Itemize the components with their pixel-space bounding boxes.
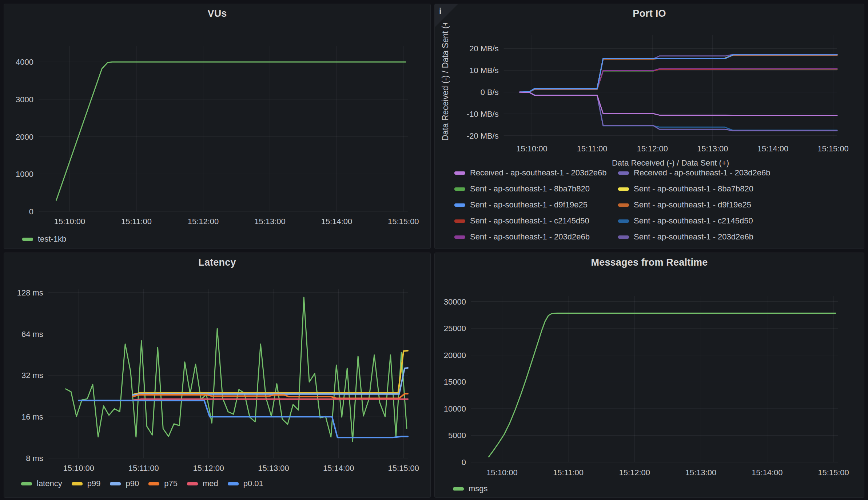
legend-item-p75[interactable]: p75 [148, 479, 178, 488]
legend-swatch [454, 203, 465, 207]
x-tick-label: 15:15:00 [388, 464, 419, 473]
legend-item-latency[interactable]: latency [21, 479, 62, 488]
series-lines [56, 62, 406, 200]
latency-legend: latencyp99p90p75medp0.01 [21, 476, 263, 492]
x-tick-label: 15:10:00 [516, 144, 547, 153]
y-tick-label: 2000 [16, 132, 33, 142]
legend-item-p0.01[interactable]: p0.01 [228, 479, 263, 488]
panel-title-vus[interactable]: VUs [4, 4, 430, 23]
legend-label: Received - ap-southeast-1 - 203d2e6b [470, 170, 606, 178]
panel-title-messages[interactable]: Messages from Realtime [435, 253, 864, 272]
legend-item-sent-ap-southeast-1-d9f19e25[interactable]: Sent - ap-southeast-1 - d9f19e25 [618, 197, 864, 213]
messages-chart[interactable]: 05000100001500020000250003000015:10:0015… [435, 272, 864, 479]
legend-item-p90[interactable]: p90 [110, 479, 139, 488]
panel-title-latency[interactable]: Latency [4, 253, 430, 272]
x-tick-label: 15:14:00 [321, 217, 352, 226]
x-tick-label: 15:14:00 [757, 144, 788, 153]
x-tick-label: 15:13:00 [697, 144, 728, 153]
port-io-chart-region: 20 MB/s10 MB/s0 B/s-10 MB/s-20 MB/s15:10… [435, 23, 864, 154]
legend-label: Sent - ap-southeast-1 - 203d2e6b [634, 232, 753, 242]
legend-item-sent-ap-southeast-1-c2145d50[interactable]: Sent - ap-southeast-1 - c2145d50 [454, 213, 618, 229]
legend-item-sent-ap-southeast-1-8ba7b820[interactable]: Sent - ap-southeast-1 - 8ba7b820 [618, 181, 864, 197]
legend-label: Sent - ap-southeast-1 - 8ba7b820 [470, 184, 590, 194]
series-p0.01 [79, 401, 408, 438]
x-tick-label: 15:10:00 [63, 464, 94, 473]
legend-swatch [454, 187, 465, 191]
legend-swatch [618, 235, 629, 239]
legend-label: Received - ap-southeast-1 - 203d2e6b [634, 170, 770, 178]
series-lines [65, 297, 408, 441]
legend-label: p75 [164, 479, 178, 488]
vus-chart-region: 0100020003000400015:10:0015:11:0015:12:0… [4, 23, 430, 230]
legend-label: p0.01 [243, 479, 263, 488]
x-tick-label: 15:12:00 [619, 468, 650, 477]
y-tick-label: 8 ms [26, 454, 43, 463]
legend-label: med [203, 479, 218, 488]
legend-label: Sent - ap-southeast-1 - 203d2e6b [470, 232, 590, 242]
x-tick-label: 15:14:00 [323, 464, 354, 473]
x-tick-label: 15:10:00 [54, 217, 85, 226]
legend-swatch [453, 487, 464, 491]
axis-tick-labels: 20 MB/s10 MB/s0 B/s-10 MB/s-20 MB/s15:10… [467, 44, 849, 153]
series-sent-c2145d50-darkblue [520, 92, 837, 130]
series-test-1kb [56, 62, 406, 200]
x-tick-label: 15:13:00 [685, 468, 716, 477]
y-tick-label: 128 ms [17, 288, 43, 297]
x-tick-label: 15:13:00 [258, 464, 289, 473]
panel-latency: Latency 8 ms16 ms32 ms64 ms128 ms15:10:0… [4, 253, 431, 498]
legend-item-msgs[interactable]: msgs [453, 484, 488, 493]
panel-vus: VUs 0100020003000400015:10:0015:11:0015:… [4, 4, 431, 249]
y-tick-label: 1000 [16, 170, 33, 179]
legend-swatch [22, 238, 33, 241]
series-sent-d9f19e25-orange [520, 55, 837, 92]
series-p90 [133, 368, 408, 395]
legend-item-med[interactable]: med [187, 479, 218, 488]
legend-label: Sent - ap-southeast-1 - d9f19e25 [634, 200, 751, 210]
legend-swatch [21, 482, 32, 485]
y-tick-label: 0 [29, 207, 33, 216]
panel-title-port-io[interactable]: Port IO [435, 4, 864, 23]
legend-item-received-ap-southeast-1-203d2e6b[interactable]: Received - ap-southeast-1 - 203d2e6b [618, 170, 864, 181]
legend-item-test-1kb[interactable]: test-1kb [22, 234, 66, 244]
legend-label: Sent - ap-southeast-1 - c2145d50 [470, 216, 589, 226]
legend-item-sent-ap-southeast-1-203d2e6b[interactable]: Sent - ap-southeast-1 - 203d2e6b [618, 229, 864, 245]
legend-item-sent-ap-southeast-1-c2145d50[interactable]: Sent - ap-southeast-1 - c2145d50 [618, 213, 864, 229]
legend-label: Sent - ap-southeast-1 - c2145d50 [634, 216, 753, 226]
legend-label: p90 [126, 479, 139, 488]
panel-port-io: i Port IO 20 MB/s10 MB/s0 B/s-10 MB/s-20… [434, 4, 864, 249]
legend-swatch [187, 482, 198, 485]
y-tick-label: -10 MB/s [467, 110, 499, 119]
legend-item-p99[interactable]: p99 [72, 479, 101, 488]
legend-item-sent-ap-southeast-1-203d2e6b[interactable]: Sent - ap-southeast-1 - 203d2e6b [454, 229, 618, 245]
series-received-203d2e6b-purple [520, 92, 837, 116]
y-tick-label: 0 [462, 458, 466, 467]
messages-legend: msgs [453, 481, 488, 497]
y-tick-label: 0 B/s [481, 88, 499, 97]
y-tick-label: 16 ms [21, 412, 43, 421]
port-io-legend-clip: Received - ap-southeast-1 - 203d2e6bRece… [435, 170, 864, 247]
legend-item-received-ap-southeast-1-203d2e6b[interactable]: Received - ap-southeast-1 - 203d2e6b [454, 170, 618, 181]
latency-chart[interactable]: 8 ms16 ms32 ms64 ms128 ms15:10:0015:11:0… [4, 272, 430, 479]
panel-info-corner[interactable]: i [435, 4, 458, 27]
series-sent-203d2e6b-slate [520, 55, 837, 92]
legend-label: p99 [87, 479, 101, 488]
legend-swatch [454, 219, 465, 223]
legend-item-sent-ap-southeast-1-8ba7b820[interactable]: Sent - ap-southeast-1 - 8ba7b820 [454, 181, 618, 197]
legend-label: Sent - ap-southeast-1 - 8ba7b820 [634, 184, 753, 194]
series-latency [65, 297, 407, 441]
legend-swatch [148, 482, 159, 485]
x-tick-label: 15:14:00 [752, 468, 783, 477]
legend-item-sent-ap-southeast-1-d9f19e25[interactable]: Sent - ap-southeast-1 - d9f19e25 [454, 197, 618, 213]
legend-swatch [454, 235, 465, 239]
port-io-chart[interactable]: 20 MB/s10 MB/s0 B/s-10 MB/s-20 MB/s15:10… [435, 23, 864, 154]
legend-label: Sent - ap-southeast-1 - d9f19e25 [470, 200, 588, 210]
y-tick-label: 32 ms [21, 371, 43, 380]
series-received-203d2e6b-slate [520, 92, 837, 131]
series-p99 [133, 351, 408, 394]
series-sent-d9f19e25-blue [520, 55, 837, 92]
y-tick-label: 10000 [444, 404, 466, 413]
latency-chart-region: 8 ms16 ms32 ms64 ms128 ms15:10:0015:11:0… [4, 272, 430, 479]
y-tick-label: 20 MB/s [469, 44, 499, 53]
vus-chart[interactable]: 0100020003000400015:10:0015:11:0015:12:0… [4, 23, 430, 230]
port-io-y-axis-label: Data Received (-) / Data Sent (+) [441, 23, 450, 141]
